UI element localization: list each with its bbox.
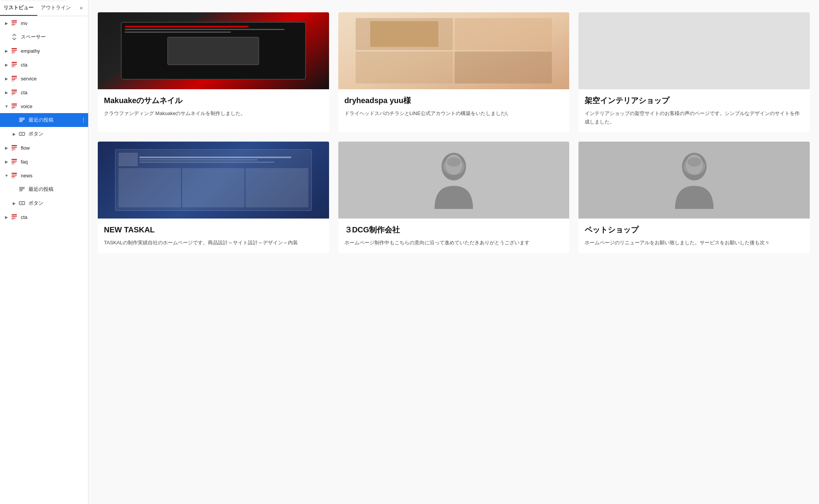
button-icon-1: [18, 130, 26, 138]
svg-rect-52: [12, 219, 14, 220]
label-cta3: cta: [21, 214, 88, 220]
card-dcg[interactable]: ３DCG制作会社 ホームページ制作中もこちらの意向に沿って進めていただきありがと…: [338, 142, 570, 253]
label-recent2: 最近の投稿: [28, 186, 88, 193]
label-service: service: [21, 76, 88, 82]
tab-list-view[interactable]: リストビュー: [0, 0, 37, 16]
card-petshop-title: ペットショップ: [585, 225, 804, 235]
svg-rect-38: [12, 164, 14, 164]
section-icon-empathy: [10, 47, 18, 55]
svg-rect-41: [12, 176, 15, 177]
section-icon-mv: [10, 19, 18, 27]
label-mv: mv: [21, 20, 88, 26]
posts-icon-1: [18, 116, 26, 124]
card-interior[interactable]: 架空インテリアショップ インテリアショップの架空サイトのお客様の声のページです。…: [578, 12, 810, 132]
card-makuake-body: Makuakeのサムネイル クラウファンディング Makuakeのサムネイルを制…: [98, 89, 329, 124]
sidebar-item-news[interactable]: ▼ news: [0, 169, 88, 182]
svg-rect-32: [12, 147, 17, 148]
svg-rect-34: [12, 150, 14, 150]
card-dryheadspa-body: dryheadspa yuu様 ドライヘッドスパのチラシとLINE公式アカウント…: [338, 89, 570, 124]
card-taskal[interactable]: NEW TASKAL TASKALの制作実績自社のホームページです。商品設計～サ…: [98, 142, 329, 253]
label-news: news: [21, 173, 88, 179]
chevron-icon-mv: ▶: [3, 21, 10, 25]
svg-rect-14: [12, 78, 17, 78]
svg-rect-19: [12, 93, 15, 94]
chevron-icon-voice: ▼: [3, 104, 10, 108]
card-dcg-title: ３DCG制作会社: [344, 225, 563, 235]
svg-rect-22: [12, 105, 17, 106]
svg-rect-18: [12, 92, 17, 92]
card-makuake[interactable]: Makuakeのサムネイル クラウファンディング Makuakeのサムネイルを制…: [98, 12, 329, 132]
sidebar-item-voice[interactable]: ▼ voice: [0, 99, 88, 113]
card-interior-desc: インテリアショップの架空サイトのお客様の声のページです。シンプルなデザインのサイ…: [585, 109, 804, 126]
chevron-icon-service: ▶: [3, 77, 10, 81]
label-button2: ボタン: [28, 200, 88, 207]
card-dcg-desc: ホームページ制作中もこちらの意向に沿って進めていただきありがとうございます: [344, 239, 563, 247]
section-icon-service: [10, 74, 18, 83]
sidebar-item-mv[interactable]: ▶ mv: [0, 16, 88, 30]
label-button1: ボタン: [28, 130, 88, 137]
svg-rect-17: [12, 90, 17, 91]
sidebar-item-faq[interactable]: ▶ faq: [0, 155, 88, 169]
sidebar-item-cta2[interactable]: ▶ cta: [0, 85, 88, 99]
svg-rect-15: [12, 79, 15, 80]
card-dryheadspa[interactable]: dryheadspa yuu様 ドライヘッドスパのチラシとLINE公式アカウント…: [338, 12, 570, 132]
svg-rect-0: [12, 20, 17, 22]
svg-rect-40: [12, 175, 17, 175]
section-icon-faq: [10, 157, 18, 166]
sidebar: リストビュー アウトライン × ▶ mv: [0, 0, 89, 504]
label-spacer: スペーサー: [21, 33, 88, 40]
card-petshop-desc: ホームページのリニューアルをお願い致しました。サービスをお願いした後も次々: [585, 239, 804, 247]
svg-rect-21: [12, 103, 17, 105]
chevron-icon-news: ▼: [3, 174, 10, 178]
sidebar-item-cta3[interactable]: ▶ cta: [0, 210, 88, 224]
sidebar-item-button1[interactable]: ▶ ボタン: [0, 127, 88, 141]
sidebar-item-spacer[interactable]: スペーサー: [0, 30, 88, 44]
svg-point-75: [687, 157, 701, 167]
sidebar-item-empathy[interactable]: ▶ empathy: [0, 44, 88, 58]
sidebar-item-cta1[interactable]: ▶ cta: [0, 58, 88, 72]
posts-icon-2: [18, 185, 26, 194]
chevron-icon-btn2: ▶: [11, 201, 18, 205]
chevron-icon-flow: ▶: [3, 146, 10, 150]
svg-rect-12: [12, 67, 14, 67]
card-dryheadspa-desc: ドライヘッドスパのチラシとLINE公式アカウントの構築をいたしましたl。: [344, 109, 563, 118]
svg-rect-50: [12, 216, 17, 217]
sidebar-item-recent-posts-1[interactable]: 最近の投稿 ⋮: [0, 113, 88, 127]
card-petshop-body: ペットショップ ホームページのリニューアルをお願い致しました。サービスをお願いし…: [578, 219, 810, 253]
section-icon-voice: [10, 102, 18, 110]
sidebar-close-button[interactable]: ×: [74, 0, 88, 16]
card-petshop[interactable]: ペットショップ ホームページのリニューアルをお願い致しました。サービスをお願いし…: [578, 142, 810, 253]
svg-rect-5: [12, 48, 17, 49]
spacer-icon: [10, 33, 18, 41]
card-grid: Makuakeのサムネイル クラウファンディング Makuakeのサムネイルを制…: [89, 6, 819, 259]
svg-rect-13: [12, 76, 17, 77]
label-recent1: 最近の投稿: [28, 117, 79, 123]
section-icon-news: [10, 171, 18, 180]
card-interior-title: 架空インテリアショップ: [585, 95, 804, 105]
svg-rect-20: [12, 95, 14, 95]
card-interior-body: 架空インテリアショップ インテリアショップの架空サイトのお客様の声のページです。…: [578, 89, 810, 132]
section-icon-cta2: [10, 88, 18, 97]
section-icon-cta1: [10, 60, 18, 69]
svg-rect-35: [12, 159, 17, 160]
sidebar-item-recent-posts-2[interactable]: 最近の投稿: [0, 182, 88, 196]
chevron-icon-cta1: ▶: [3, 63, 10, 67]
card-taskal-desc: TASKALの制作実績自社のホームページです。商品設計～サイト設計～デザイン～内…: [104, 239, 323, 247]
svg-rect-7: [12, 52, 15, 52]
svg-rect-42: [12, 178, 14, 178]
svg-rect-8: [12, 53, 14, 53]
card-makuake-title: Makuakeのサムネイル: [104, 95, 323, 105]
tab-outline[interactable]: アウトライン: [37, 0, 75, 16]
sidebar-tree: ▶ mv スペーサー: [0, 16, 88, 504]
sidebar-item-service[interactable]: ▶ service: [0, 72, 88, 85]
svg-point-71: [447, 157, 461, 167]
svg-rect-36: [12, 161, 17, 162]
main-content: Makuakeのサムネイル クラウファンディング Makuakeのサムネイルを制…: [89, 0, 819, 504]
sidebar-item-button2[interactable]: ▶ ボタン: [0, 196, 88, 210]
card-dcg-body: ３DCG制作会社 ホームページ制作中もこちらの意向に沿って進めていただきありがと…: [338, 219, 570, 253]
more-button-recent1[interactable]: ⋮: [79, 115, 88, 125]
sidebar-tab-bar: リストビュー アウトライン ×: [0, 0, 88, 16]
sidebar-item-flow[interactable]: ▶ flow: [0, 141, 88, 155]
svg-rect-33: [12, 149, 15, 149]
svg-rect-37: [12, 162, 15, 163]
